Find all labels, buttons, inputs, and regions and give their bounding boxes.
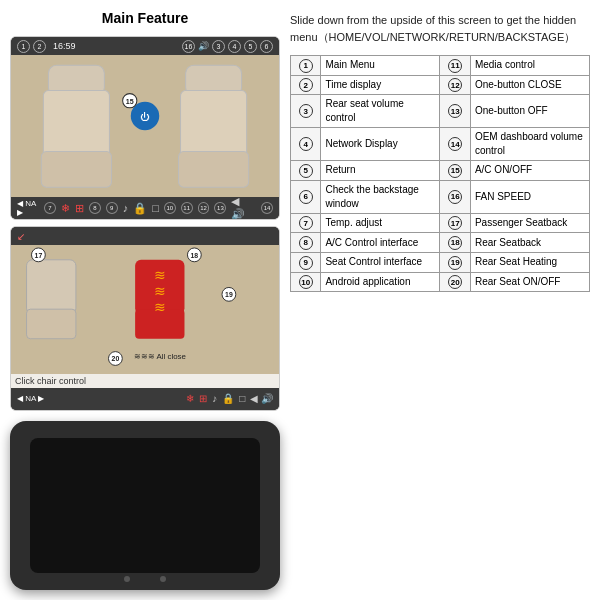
seat-control-svg: ≋ ≋ ≋ 17 18 19 ≋≋≋ All close: [11, 245, 279, 373]
bottom-screen-icon[interactable]: □: [239, 393, 245, 404]
toolbar-badge-7[interactable]: 7: [44, 202, 56, 214]
device-dot-right: [160, 576, 166, 582]
seat-svg: ⏻ 15: [11, 55, 279, 197]
svg-rect-4: [181, 91, 247, 157]
bottom-vol-icon[interactable]: ◀ 🔊: [250, 393, 273, 404]
feature-label-3: Network Display: [321, 128, 440, 161]
lock-icon[interactable]: 🔒: [133, 202, 147, 215]
feature-num-7: 8: [291, 233, 321, 253]
physical-device: [10, 421, 280, 590]
toolbar-badge-8[interactable]: 8: [89, 202, 101, 214]
feature-label2-4: A/C ON/OFF: [470, 161, 589, 181]
toolbar-badge-12[interactable]: 12: [198, 202, 210, 214]
feature-label-2: Rear seat volume control: [321, 95, 440, 128]
main-container: Main Feature 1 2 16:59 16 🔊 3: [0, 0, 600, 600]
feature-row-3: 4 Network Display 14 OEM dashboard volum…: [291, 128, 590, 161]
feature-num2-7: 18: [440, 233, 470, 253]
feature-num2-8: 19: [440, 252, 470, 272]
feature-num2-5: 16: [440, 180, 470, 213]
feature-label2-3: OEM dashboard volume control: [470, 128, 589, 161]
feature-row-8: 9 Seat Control interface 19 Rear Seat He…: [291, 252, 590, 272]
feature-label2-7: Rear Seatback: [470, 233, 589, 253]
badge-3: 3: [212, 40, 225, 53]
feature-num-3: 4: [291, 128, 321, 161]
feature-num-8: 9: [291, 252, 321, 272]
feature-row-5: 6 Check the backstage window 16 FAN SPEE…: [291, 180, 590, 213]
toolbar-badge-11[interactable]: 11: [181, 202, 193, 214]
feature-num-2: 3: [291, 95, 321, 128]
fan-icon[interactable]: ❄: [61, 202, 70, 215]
right-panel: Slide down from the upside of this scree…: [290, 10, 590, 590]
feature-row-1: 2 Time display 12 One-button CLOSE: [291, 75, 590, 95]
feature-label2-5: FAN SPEED: [470, 180, 589, 213]
badge-6: 6: [260, 40, 273, 53]
time-display: 16:59: [53, 41, 76, 51]
bottom-fan-icon[interactable]: ❄: [186, 393, 194, 404]
music-icon[interactable]: ♪: [123, 202, 129, 214]
bottom-toolbar: ◀ NA ▶ ❄ ⊞ ♪ 🔒 □ ◀ 🔊: [11, 388, 279, 410]
bottom-lock-icon[interactable]: 🔒: [222, 393, 234, 404]
feature-label2-6: Passenger Seatback: [470, 213, 589, 233]
grid-icon[interactable]: ⊞: [75, 202, 84, 215]
feature-label-0: Main Menu: [321, 56, 440, 76]
svg-text:⏻: ⏻: [141, 112, 151, 122]
feature-label2-0: Media control: [470, 56, 589, 76]
feature-label-1: Time display: [321, 75, 440, 95]
feature-num-0: 1: [291, 56, 321, 76]
feature-label-8: Seat Control interface: [321, 252, 440, 272]
badge-5: 5: [244, 40, 257, 53]
svg-text:20: 20: [112, 356, 120, 363]
screen-icon[interactable]: □: [152, 202, 159, 214]
svg-text:≋: ≋: [154, 284, 166, 300]
bottom-screen: ↙ ≋ ≋ ≋: [10, 226, 280, 410]
feature-label2-2: One-button OFF: [470, 95, 589, 128]
svg-text:17: 17: [35, 252, 43, 259]
top-screen: 1 2 16:59 16 🔊 3 4 5 6: [10, 36, 280, 220]
svg-text:18: 18: [191, 252, 199, 259]
svg-text:≋: ≋: [154, 299, 166, 315]
feature-row-0: 1 Main Menu 11 Media control: [291, 56, 590, 76]
device-screen: [30, 438, 260, 573]
toolbar-badge-13[interactable]: 13: [214, 202, 226, 214]
na-label: ◀ NA ▶: [17, 199, 44, 217]
seat-control-display: ≋ ≋ ≋ 17 18 19 ≋≋≋ All close: [11, 245, 279, 373]
feature-num-9: 10: [291, 272, 321, 292]
feature-label-5: Check the backstage window: [321, 180, 440, 213]
feature-num2-2: 13: [440, 95, 470, 128]
feature-label2-1: One-button CLOSE: [470, 75, 589, 95]
svg-rect-6: [179, 152, 249, 188]
bottom-music-icon[interactable]: ♪: [212, 393, 217, 404]
feature-row-4: 5 Return 15 A/C ON/OFF: [291, 161, 590, 181]
feature-num2-4: 15: [440, 161, 470, 181]
badge-16: 16: [182, 40, 195, 53]
feature-num-6: 7: [291, 213, 321, 233]
feature-num2-0: 11: [440, 56, 470, 76]
feature-row-9: 10 Android application 20 Rear Seat ON/O…: [291, 272, 590, 292]
na-label-2: ◀ NA ▶: [17, 394, 44, 403]
status-bar: 1 2 16:59 16 🔊 3 4 5 6: [11, 37, 279, 55]
svg-text:19: 19: [225, 292, 233, 299]
feature-row-6: 7 Temp. adjust 17 Passenger Seatback: [291, 213, 590, 233]
svg-rect-3: [43, 91, 109, 157]
feature-label-4: Return: [321, 161, 440, 181]
svg-rect-5: [41, 152, 111, 188]
svg-text:≋≋≋ All close: ≋≋≋ All close: [134, 352, 187, 361]
feature-num-4: 5: [291, 161, 321, 181]
feature-label-9: Android application: [321, 272, 440, 292]
feature-label2-9: Rear Seat ON/OFF: [470, 272, 589, 292]
svg-rect-13: [27, 309, 76, 339]
feature-num-1: 2: [291, 75, 321, 95]
volume-icon[interactable]: ◀ 🔊: [231, 195, 256, 219]
toolbar-badge-9[interactable]: 9: [106, 202, 118, 214]
svg-rect-12: [27, 260, 76, 314]
bottom-grid-icon[interactable]: ⊞: [199, 393, 207, 404]
main-toolbar: ◀ NA ▶ 7 ❄ ⊞ 8 9 ♪ 🔒 □ 10 11 12: [11, 197, 279, 219]
feature-table: 1 Main Menu 11 Media control 2 Time disp…: [290, 55, 590, 292]
toolbar-badge-14[interactable]: 14: [261, 202, 273, 214]
badge-4: 4: [228, 40, 241, 53]
click-chair-label: Click chair control: [11, 374, 279, 388]
feature-num-5: 6: [291, 180, 321, 213]
left-panel: Main Feature 1 2 16:59 16 🔊 3: [10, 10, 280, 590]
toolbar-badge-10[interactable]: 10: [164, 202, 176, 214]
device-bottom-bar: [124, 576, 166, 582]
